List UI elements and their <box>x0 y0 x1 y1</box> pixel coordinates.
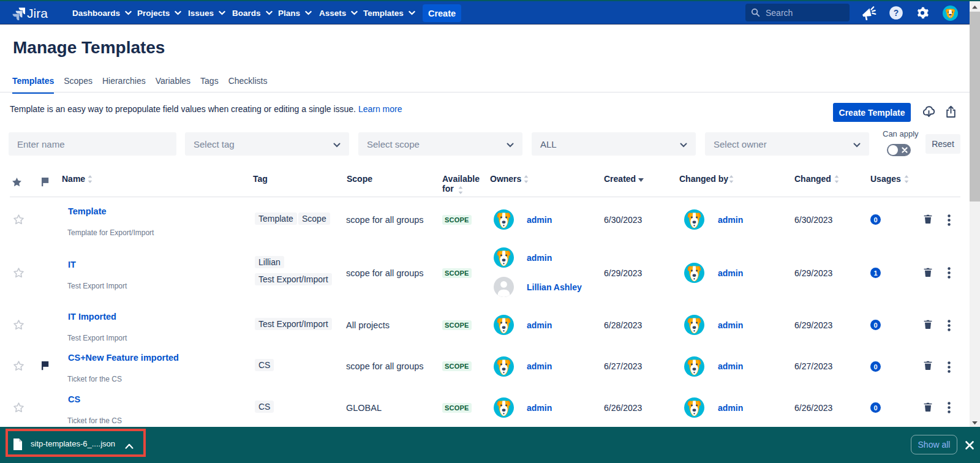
svg-text:?: ? <box>894 8 899 18</box>
